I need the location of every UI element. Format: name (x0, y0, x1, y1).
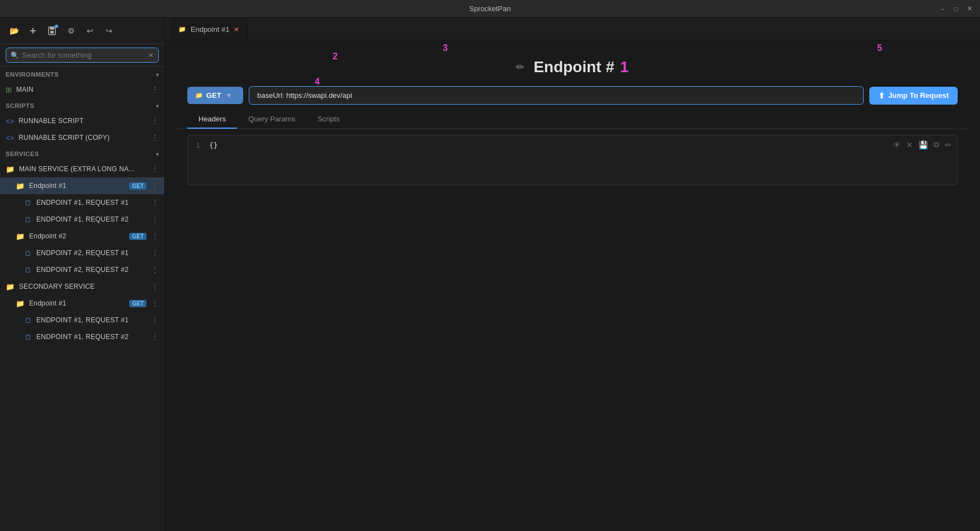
undo-button[interactable]: ↩ (82, 22, 98, 39)
main-service-menu-icon[interactable]: ⋮ (151, 165, 159, 173)
secondary-service-menu-icon[interactable]: ⋮ (151, 282, 159, 291)
line-numbers: 1 (188, 135, 205, 185)
sidebar-item-ep1-req2[interactable]: 🗋 ENDPOINT #1, REQUEST #2 ⋮ (0, 211, 164, 228)
endpoint-header: ✏ Endpoint # 1 (176, 48, 969, 86)
settings-button[interactable]: ⚙ (63, 22, 79, 39)
services-section-header[interactable]: SERVICES ▾ (0, 146, 164, 161)
environments-section-header[interactable]: ENVIRONMENTS ▾ (0, 67, 164, 81)
endpoint-2-label: Endpoint #2 (29, 232, 125, 240)
sidebar-item-secondary-service[interactable]: 📁 SECONDARY SERVICE ⋮ (0, 278, 164, 295)
ep2-req1-menu-icon[interactable]: ⋮ (151, 248, 159, 257)
tab-headers[interactable]: Headers (187, 110, 237, 129)
line-number-1: 1 (192, 141, 200, 149)
secondary-service-label: SECONDARY SERVICE (19, 283, 146, 290)
sec-ep1-req2-menu-icon[interactable]: ⋮ (151, 332, 159, 341)
search-input[interactable] (22, 51, 145, 59)
editor-content[interactable]: {} (205, 135, 957, 185)
sidebar-item-main-env[interactable]: ⊞ MAIN ⋮ (0, 81, 164, 98)
tab-query-params[interactable]: Query Params (237, 110, 306, 129)
method-select[interactable]: 📁 GET ▾ (187, 87, 243, 104)
edit-icon[interactable]: ✏ (516, 61, 524, 73)
code-icon-1: <> (6, 117, 14, 125)
sec-ep1-req1-menu-icon[interactable]: ⋮ (151, 316, 159, 325)
sidebar-item-secondary-endpoint-1[interactable]: 📁 Endpoint #1 GET ⋮ (0, 295, 164, 312)
app-title: SprocketPan (469, 4, 510, 13)
endpoint-1-menu-icon[interactable]: ⋮ (151, 181, 159, 190)
tab-label: Endpoint #1 (191, 25, 229, 34)
url-input[interactable] (249, 86, 864, 105)
editor-area: 👁 ✕ 💾 ⧉ ✏ 1 {} (187, 135, 958, 185)
maximize-button[interactable]: □ (951, 4, 961, 14)
search-bar: 🔍 ✕ (0, 44, 164, 67)
jump-icon: ⬆ (878, 91, 885, 100)
clear-icon[interactable]: ✕ (906, 140, 913, 149)
search-clear-icon[interactable]: ✕ (148, 51, 154, 59)
ep1-req1-menu-icon[interactable]: ⋮ (151, 198, 159, 207)
minimize-button[interactable]: − (938, 4, 948, 14)
tab-endpoint-1[interactable]: 📁 Endpoint #1 ✕ (171, 18, 248, 40)
copy-icon[interactable]: ⧉ (934, 140, 939, 149)
doc-icon-ep1-req2: 🗋 (25, 215, 32, 224)
runnable-script-label: RUNNABLE SCRIPT (18, 117, 146, 125)
scripts-section-header[interactable]: SCRIPTS ▾ (0, 98, 164, 112)
code-icon-2: <> (6, 134, 14, 142)
window-controls: − □ ✕ (938, 4, 974, 14)
sidebar-item-ep2-req2[interactable]: 🗋 ENDPOINT #2, REQUEST #2 ⋮ (0, 261, 164, 278)
edit-editor-icon[interactable]: ✏ (945, 140, 951, 149)
ep1-req2-menu-icon[interactable]: ⋮ (151, 215, 159, 224)
editor-actions: 👁 ✕ 💾 ⧉ ✏ (893, 140, 951, 149)
preview-icon[interactable]: 👁 (893, 140, 901, 149)
sidebar-item-runnable-script-copy[interactable]: <> RUNNABLE SCRIPT (COPY) ⋮ (0, 129, 164, 146)
add-button[interactable] (25, 22, 41, 39)
jump-to-request-button[interactable]: ⬆ Jump To Request (869, 87, 958, 105)
app-body: 📂 ⚙ ↩ ↪ 🔍 ✕ ENVIRONMENTS ▾ (0, 18, 980, 531)
tab-close-icon[interactable]: ✕ (234, 26, 239, 34)
save-editor-icon[interactable]: 💾 (919, 140, 928, 149)
secondary-endpoint-1-badge: GET (129, 300, 146, 307)
environments-label: ENVIRONMENTS (6, 71, 59, 78)
doc-icon-ep1-req1: 🗋 (25, 199, 32, 207)
sec-ep1-req2-label: ENDPOINT #1, REQUEST #2 (36, 333, 146, 341)
close-button[interactable]: ✕ (964, 4, 974, 14)
doc-icon-ep2-req1: 🗋 (25, 249, 32, 257)
sidebar-item-sec-ep1-req1[interactable]: 🗋 ENDPOINT #1, REQUEST #1 ⋮ (0, 312, 164, 328)
open-folder-button[interactable]: 📂 (6, 22, 22, 39)
runnable-script-copy-label: RUNNABLE SCRIPT (COPY) (18, 134, 146, 142)
doc-icon-sec-ep1-req1: 🗋 (25, 316, 32, 325)
folder-icon-secondary-endpoint-1: 📁 (16, 299, 25, 308)
sec-ep1-req1-label: ENDPOINT #1, REQUEST #1 (36, 316, 146, 324)
secondary-endpoint-1-menu-icon[interactable]: ⋮ (151, 299, 159, 308)
sidebar-item-main-env-label: MAIN (16, 86, 146, 93)
main-content: 📁 Endpoint #1 ✕ 2 3 4 5 ✏ Endpoint # 1 📁… (165, 18, 980, 531)
endpoint-number: 1 (620, 58, 629, 76)
sidebar-item-endpoint-2[interactable]: 📁 Endpoint #2 GET ⋮ (0, 228, 164, 245)
folder-icon-secondary-service: 📁 (6, 283, 15, 291)
sidebar-item-runnable-script[interactable]: <> RUNNABLE SCRIPT ⋮ (0, 112, 164, 129)
request-area: 📁 GET ▾ ⬆ Jump To Request (176, 86, 969, 105)
ep2-req1-label: ENDPOINT #2, REQUEST #1 (36, 249, 146, 257)
sidebar-item-main-service[interactable]: 📁 MAIN SERVICE (EXTRA LONG NA... ⋮ (0, 161, 164, 177)
save-button[interactable] (44, 22, 60, 39)
sidebar-item-sec-ep1-req2[interactable]: 🗋 ENDPOINT #1, REQUEST #2 ⋮ (0, 328, 164, 345)
ep1-req1-label: ENDPOINT #1, REQUEST #1 (36, 199, 146, 206)
redo-button[interactable]: ↪ (101, 22, 117, 39)
sidebar-item-ep1-req1[interactable]: 🗋 ENDPOINT #1, REQUEST #1 ⋮ (0, 194, 164, 211)
sidebar-item-endpoint-1[interactable]: 📁 Endpoint #1 GET ⋮ (0, 177, 164, 194)
ep2-req2-menu-icon[interactable]: ⋮ (151, 265, 159, 274)
search-icon: 🔍 (11, 51, 19, 59)
grid-icon: ⊞ (6, 86, 12, 94)
runnable-script-menu-icon[interactable]: ⋮ (151, 116, 159, 125)
sidebar-item-ep2-req1[interactable]: 🗋 ENDPOINT #2, REQUEST #1 ⋮ (0, 245, 164, 261)
folder-icon-main-service: 📁 (6, 165, 15, 173)
services-chevron-icon: ▾ (156, 151, 159, 157)
env-menu-icon[interactable]: ⋮ (151, 85, 159, 94)
services-label: SERVICES (6, 151, 39, 157)
tab-scripts[interactable]: Scripts (306, 110, 351, 129)
content-tabs: Headers Query Params Scripts (176, 110, 969, 129)
method-chevron-icon: ▾ (227, 91, 231, 100)
runnable-script-copy-menu-icon[interactable]: ⋮ (151, 133, 159, 142)
endpoint-2-menu-icon[interactable]: ⋮ (151, 232, 159, 241)
sidebar-scroll[interactable]: ENVIRONMENTS ▾ ⊞ MAIN ⋮ SCRIPTS ▾ <> RUN… (0, 67, 164, 531)
method-value: GET (206, 91, 221, 100)
ep2-req2-label: ENDPOINT #2, REQUEST #2 (36, 266, 146, 274)
